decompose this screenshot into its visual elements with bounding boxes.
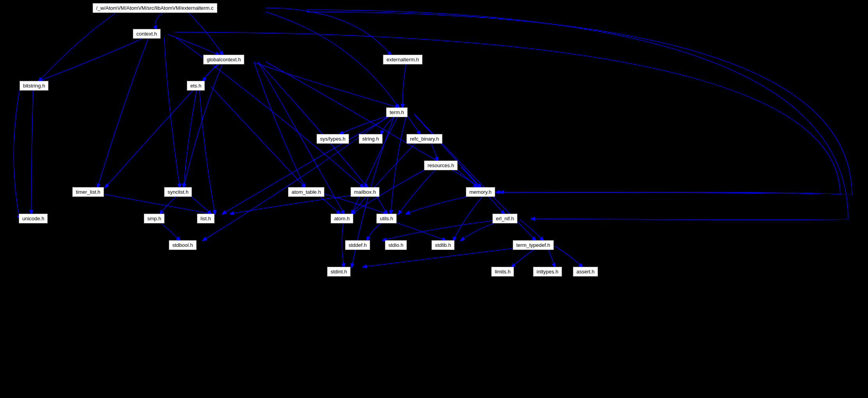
node-atom-table-h: atom_table.h — [288, 187, 324, 197]
node-stdlib-h: stdlib.h — [431, 240, 455, 250]
node-mailbox-h: mailbox.h — [351, 187, 379, 197]
node-string-h: string.h — [359, 134, 383, 144]
node-sys-types-h: sys/types.h — [317, 134, 349, 144]
node-limits-h: limits.h — [491, 267, 514, 277]
node-memory-h: memory.h — [466, 187, 495, 197]
node-stddef-h: stddef.h — [345, 240, 370, 250]
node-list-h: list.h — [197, 214, 215, 223]
node-smp-h: smp.h — [144, 214, 165, 223]
node-stdbool-h: stdbool.h — [169, 240, 197, 250]
node-utils-h: utils.h — [376, 214, 397, 223]
node-bitstring-h: bitstring.h — [20, 81, 48, 91]
node-timer-list-h: timer_list.h — [72, 187, 104, 197]
node-globalcontext-h: globalcontext.h — [203, 55, 244, 64]
node-term-typedef-h: term_typedef.h — [513, 240, 554, 250]
node-stdint-h: stdint.h — [327, 267, 351, 277]
node-ets-h: ets.h — [187, 81, 205, 91]
node-stdio-h: stdio.h — [385, 240, 407, 250]
node-externalterm-h: externalterm.h — [383, 55, 422, 64]
node-resources-h: resources.h — [424, 161, 458, 170]
node-inttypes-h: inttypes.h — [533, 267, 562, 277]
node-assert-h: assert.h — [573, 267, 598, 277]
node-erl-nif-h: erl_nif.h — [492, 214, 517, 223]
node-context-h: context.h — [133, 29, 161, 39]
dependency-graph-edges — [0, 0, 868, 398]
node-atom-h: atom.h — [331, 214, 353, 223]
node-externalterm-c: /_w/AtomVM/AtomVM/src/libAtomVM/external… — [93, 3, 217, 13]
node-refc-binary-h: refc_binary.h — [406, 134, 442, 144]
node-synclist-h: synclist.h — [164, 187, 192, 197]
node-term-h: term.h — [386, 107, 408, 117]
node-unicode-h: unicode.h — [19, 214, 48, 223]
